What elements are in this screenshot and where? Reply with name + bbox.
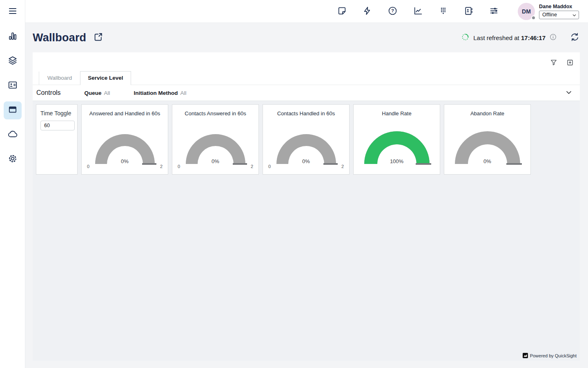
- contact-card-icon: [7, 80, 18, 92]
- hamburger-icon: [7, 6, 18, 18]
- notes-button[interactable]: [336, 6, 347, 17]
- cloud-icon: [7, 129, 18, 141]
- time-toggle-card: Time Toggle: [36, 104, 78, 175]
- export-button[interactable]: [566, 58, 574, 68]
- bar-chart-icon: [7, 31, 18, 43]
- auto-refresh-timer-icon: [461, 33, 470, 43]
- layers-icon: [7, 55, 18, 67]
- filter-funnel-icon: [550, 58, 558, 68]
- chevron-down-icon: [572, 13, 577, 18]
- menu-toggle-button[interactable]: [4, 3, 21, 20]
- gauge-card: Contacts Answered in 60s 0% 0 2: [172, 104, 259, 175]
- panel-toolbar: [33, 52, 580, 70]
- powered-by-quicksight-link[interactable]: Powered by QuickSight: [523, 353, 577, 358]
- sidebar-item-settings[interactable]: [4, 150, 22, 168]
- status-select[interactable]: Offline: [539, 11, 579, 19]
- dialpad-icon: [438, 6, 448, 17]
- page-header: Wallboard Last refreshed at 17:46:17: [25, 23, 588, 52]
- last-refreshed-text: Last refreshed at 17:46:17: [473, 34, 546, 41]
- dashboard-panel: Wallboard Service Level Controls Queue A…: [33, 52, 580, 101]
- sidebar-item-wallboard[interactable]: [4, 101, 22, 119]
- sidebar-item-contacts[interactable]: [4, 77, 22, 95]
- gear-icon: [7, 153, 18, 166]
- top-bar: ?: [25, 0, 588, 23]
- quicksight-logo-icon: [523, 353, 528, 358]
- open-in-new-window-button[interactable]: [93, 31, 104, 44]
- agent-settings-button[interactable]: [488, 6, 499, 17]
- controls-bar: Controls Queue All Initiation Method All: [33, 85, 580, 101]
- controls-label: Controls: [36, 89, 61, 96]
- left-sidebar: [0, 0, 25, 368]
- avatar-initials: DM: [522, 8, 531, 15]
- sidebar-item-cloud[interactable]: [4, 126, 22, 144]
- svg-text:?: ?: [391, 8, 394, 13]
- queue-filter-control[interactable]: Queue All: [85, 90, 110, 96]
- user-area: DM Dane Maddox Offline: [518, 3, 579, 20]
- gauge-card: Answered and Handled in 60s 0% 0 2: [81, 104, 168, 175]
- sidebar-item-metrics[interactable]: [4, 28, 22, 46]
- line-chart-icon: [413, 6, 423, 17]
- page-title: Wallboard: [33, 31, 86, 44]
- filter-button[interactable]: [550, 58, 558, 68]
- browser-window-icon: [7, 104, 18, 117]
- gauge-card: Contacts Handled in 60s 0% 0 2: [263, 104, 350, 175]
- offline-status-dot: [531, 16, 536, 20]
- tab-wallboard[interactable]: Wallboard: [39, 72, 80, 85]
- external-link-icon: [93, 31, 104, 44]
- refresh-info-button[interactable]: [549, 33, 557, 42]
- metrics-button[interactable]: [412, 6, 423, 17]
- time-toggle-label: Time Toggle: [40, 110, 73, 117]
- quick-actions-button[interactable]: [362, 6, 372, 17]
- main-content: Wallboard Last refreshed at 17:46:17: [25, 23, 588, 368]
- refresh-button[interactable]: [570, 32, 580, 43]
- sidebar-item-layers[interactable]: [4, 52, 22, 70]
- help-button[interactable]: ?: [387, 6, 398, 17]
- export-download-icon: [566, 58, 574, 68]
- lightning-icon: [362, 6, 372, 17]
- address-book-icon: [463, 6, 474, 17]
- gauge-card: Abandon Rate 0%: [444, 104, 531, 175]
- dialpad-button[interactable]: [438, 6, 448, 17]
- initiation-method-filter-control[interactable]: Initiation Method All: [134, 90, 187, 96]
- sheet-tabs: Wallboard Service Level: [33, 70, 580, 85]
- chevron-down-icon: [564, 88, 573, 98]
- note-icon: [337, 6, 347, 17]
- collapse-controls-button[interactable]: [564, 88, 573, 98]
- gauge-card: Handle Rate 100%: [353, 104, 440, 175]
- directory-button[interactable]: [463, 6, 474, 17]
- time-toggle-input[interactable]: [40, 121, 75, 130]
- avatar[interactable]: DM: [518, 3, 535, 20]
- user-name: Dane Maddox: [539, 4, 579, 9]
- status-select-value: Offline: [542, 12, 557, 18]
- last-refreshed-time: 17:46:17: [521, 34, 546, 41]
- refresh-icon: [570, 32, 580, 43]
- info-icon: [549, 33, 557, 42]
- help-icon: ?: [388, 6, 398, 17]
- sliders-icon: [489, 6, 499, 17]
- tab-service-level[interactable]: Service Level: [80, 71, 131, 85]
- dashboard-sheet: Time Toggle Answered and Handled in 60s …: [33, 101, 580, 361]
